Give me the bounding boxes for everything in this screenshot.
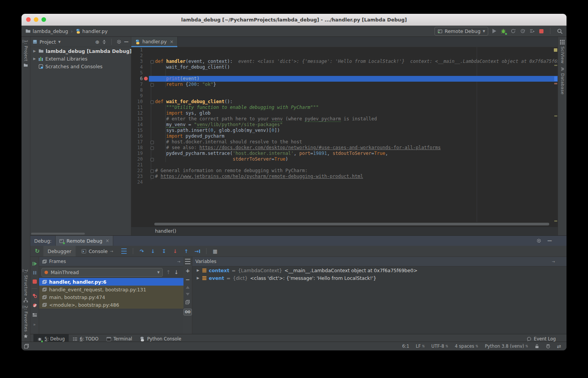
fold-marker[interactable] xyxy=(150,175,154,179)
breadcrumb-project[interactable]: lambda_debug xyxy=(33,28,68,34)
search-everywhere-button[interactable] xyxy=(557,28,563,34)
breakpoint-gutter[interactable] xyxy=(144,93,149,99)
profiler-button[interactable] xyxy=(520,28,525,34)
breakpoint-dot[interactable] xyxy=(144,77,148,81)
layout-options-icon[interactable] xyxy=(121,248,127,254)
show-watches-icon[interactable]: OO xyxy=(183,309,192,316)
collapse-all-icon[interactable] xyxy=(102,39,107,44)
code-text[interactable]: pydevd_pycharm.settrace('host.docker.int… xyxy=(154,151,558,156)
thread-selector[interactable]: MainThread ▼ xyxy=(41,268,163,277)
titlebar[interactable]: lambda_debug [~/PycharmProjects/lambda_d… xyxy=(21,14,567,26)
line-number[interactable]: 15 xyxy=(131,128,144,133)
pin-icon[interactable]: → xyxy=(552,260,555,264)
breakpoint-gutter[interactable] xyxy=(144,139,149,145)
run-to-cursor-button[interactable]: →I xyxy=(193,248,202,254)
breakpoint-gutter[interactable] xyxy=(144,168,149,174)
breakpoint-gutter[interactable] xyxy=(144,76,149,82)
view-breakpoints-button[interactable] xyxy=(32,293,37,298)
breakpoint-gutter[interactable] xyxy=(144,105,149,110)
line-number[interactable]: 9 xyxy=(131,93,144,99)
stop-button[interactable] xyxy=(539,29,543,33)
line-number[interactable]: 11 xyxy=(131,105,144,110)
line-number[interactable]: 23 xyxy=(131,174,144,179)
restore-layout-button[interactable] xyxy=(32,312,37,317)
locate-file-icon[interactable]: ⊕ xyxy=(95,39,99,45)
horizontal-scrollbar[interactable] xyxy=(131,222,558,227)
line-number[interactable]: 12 xyxy=(131,110,144,116)
step-out-button[interactable]: ↑ xyxy=(182,248,191,254)
stripe-mark[interactable] xyxy=(554,83,557,84)
next-frame-button[interactable]: ↓ xyxy=(174,269,179,275)
tool-button-project[interactable]: 1: Project xyxy=(23,40,28,67)
fold-marker[interactable] xyxy=(150,83,154,87)
mute-breakpoints-button[interactable] xyxy=(32,303,37,308)
breakpoint-gutter[interactable] xyxy=(144,82,149,87)
line-number[interactable]: 16 xyxy=(131,133,144,139)
sync-icon[interactable]: ⇄ xyxy=(557,343,561,349)
resume-button[interactable] xyxy=(32,261,37,266)
chevron-down-icon[interactable]: ▼ xyxy=(58,40,61,44)
breakpoint-gutter[interactable] xyxy=(144,128,149,133)
breakpoint-gutter[interactable] xyxy=(144,133,149,139)
breakpoint-gutter[interactable] xyxy=(144,174,149,179)
line-number[interactable]: 14 xyxy=(131,122,144,128)
code-text[interactable]: def handler(event, context): event: <cla… xyxy=(154,59,558,64)
fold-marker[interactable] xyxy=(150,141,154,144)
breadcrumb-function[interactable]: handler() xyxy=(155,228,176,234)
code-text[interactable]: # see also: https://docs.docker.com/desk… xyxy=(154,145,558,151)
code-text[interactable]: print(event) xyxy=(154,76,558,82)
hide-panel-icon[interactable]: — xyxy=(124,39,129,44)
tool-windows-toggle-icon[interactable] xyxy=(24,343,29,349)
line-number[interactable]: 17 xyxy=(131,139,144,145)
scrollbar-thumb[interactable] xyxy=(154,223,549,225)
tool-button-favorites[interactable]: 2: Favorites xyxy=(23,306,28,339)
line-number[interactable]: 4 xyxy=(131,64,144,70)
code-text[interactable] xyxy=(154,93,558,99)
line-number[interactable]: 3 xyxy=(131,59,144,64)
breakpoint-gutter[interactable] xyxy=(144,59,149,64)
code-text[interactable] xyxy=(154,47,558,53)
debug-session-tab[interactable]: Remote Debug × xyxy=(55,236,113,246)
project-scrollbar[interactable] xyxy=(31,233,85,235)
debug-button[interactable] xyxy=(500,28,506,34)
code-text[interactable]: """Utility function to enable debugging … xyxy=(154,105,558,110)
breakpoint-gutter[interactable] xyxy=(144,87,149,93)
line-number[interactable]: 19 xyxy=(131,151,144,156)
code-text[interactable]: def wait_for_debug_client(): xyxy=(154,99,558,105)
step-over-button[interactable]: ↷ xyxy=(137,248,147,254)
line-number[interactable]: 1 xyxy=(131,47,144,53)
line-number[interactable]: 10 xyxy=(131,99,144,105)
code-text[interactable]: # https://www.jetbrains.com/help/pycharm… xyxy=(154,174,558,179)
code-text[interactable]: my_venv = "venv/lib/python*/site-package… xyxy=(154,122,558,128)
variable-row[interactable]: ▶ context = {LambdaContext} <__main__.La… xyxy=(192,266,567,274)
breakpoint-gutter[interactable] xyxy=(144,156,149,162)
code-text[interactable] xyxy=(154,162,558,168)
frame-row[interactable]: handle_event_request, bootstrap.py:131 xyxy=(39,286,183,293)
frame-row[interactable]: main, bootstrap.py:474 xyxy=(39,293,183,301)
code-text[interactable]: # enter the correct path here to your ve… xyxy=(154,116,558,122)
encoding-selector[interactable]: UTF-8⇅ xyxy=(431,343,448,349)
breadcrumb-file[interactable]: handler.py xyxy=(83,28,108,34)
close-icon[interactable]: × xyxy=(106,238,109,243)
breakpoint-gutter[interactable] xyxy=(144,64,149,70)
duplicate-icon[interactable] xyxy=(185,300,190,304)
line-number[interactable]: 7 xyxy=(131,82,144,87)
code-text[interactable] xyxy=(154,87,558,93)
run-button[interactable] xyxy=(492,29,496,33)
run-config-selector[interactable]: Remote Debug ▼ xyxy=(434,27,488,36)
tree-item-project-root[interactable]: ▶ lambda_debug [Lambda Debug] xyxy=(30,47,131,55)
settings-gear-icon[interactable] xyxy=(536,238,542,243)
line-number[interactable]: 13 xyxy=(131,116,144,122)
tab-debugger[interactable]: Debugger xyxy=(43,246,76,256)
code-text[interactable] xyxy=(154,70,558,76)
move-down-icon[interactable] xyxy=(186,293,190,296)
concurrency-diagram-button[interactable] xyxy=(530,28,535,34)
code-text[interactable]: sys.path.insert(0, glob.glob(my_venv)[0]… xyxy=(154,128,558,133)
fold-marker[interactable] xyxy=(150,146,154,150)
frame-row[interactable]: handler, handler.py:6 xyxy=(39,278,183,286)
line-number[interactable]: 22 xyxy=(131,168,144,174)
rerun-button[interactable]: ↻ xyxy=(33,248,42,255)
force-step-into-button[interactable]: ↓ xyxy=(170,248,180,254)
caret-position[interactable]: 6:1 xyxy=(402,343,410,349)
coverage-button[interactable] xyxy=(510,28,516,34)
